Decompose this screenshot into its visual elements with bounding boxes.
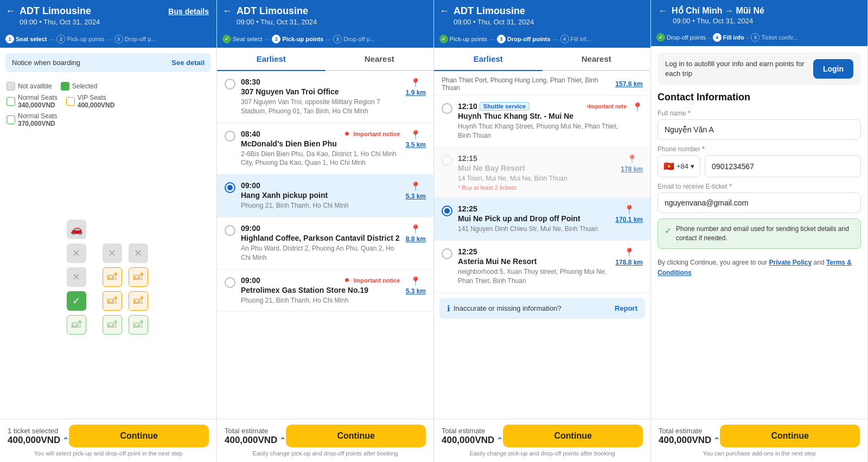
bus-details-link[interactable]: Bus details (168, 7, 209, 16)
seat-normal1[interactable]: 🛋 (67, 315, 86, 335)
private-policy-link[interactable]: Private Policy (769, 259, 812, 266)
radio-3[interactable] (225, 182, 235, 193)
fullname-input[interactable] (658, 119, 861, 140)
location-icon-1: 📍 (410, 78, 421, 88)
continue-button3[interactable]: Continue (503, 425, 643, 447)
check-icon: ✓ (665, 225, 672, 237)
chevron-up-icon3[interactable]: ⌃ (496, 436, 503, 445)
chevron-up-icon4[interactable]: ⌃ (713, 436, 720, 445)
seat-unavailable4[interactable]: ✕ (67, 267, 86, 287)
pickup-item-2[interactable]: 08:40 Important notice McDonald's Dien B… (217, 123, 433, 175)
dropoff-item-4[interactable]: 12:25 Asteria Mui Ne Resort neighborhood… (434, 241, 650, 293)
back-arrow-icon[interactable]: ← (5, 5, 15, 17)
radio-d3[interactable] (442, 206, 452, 216)
continue-button2[interactable]: Continue (286, 425, 426, 447)
pickup-item-4[interactable]: 09:00 Highland Coffee, Parkson Cantavil … (217, 217, 433, 270)
seat-normal2[interactable]: 🛋 (103, 315, 122, 335)
radio-2[interactable] (225, 131, 235, 142)
total-price-val: 400,000VND (8, 435, 60, 446)
phone-prefix-selector[interactable]: 🇻🇳 +84 ▾ (658, 155, 700, 177)
company-name: ADT Limousine (20, 5, 164, 17)
step-fillinfo-active: 4 Fill info (713, 33, 744, 42)
tab-earliest2[interactable]: Earliest (434, 48, 542, 71)
dropoff-item-1[interactable]: 12:10 Shuttle service •Important note Hu… (434, 95, 650, 147)
stepper3: ✓ Pick-up points --- 3 Drop-off points -… (434, 31, 650, 48)
tab-nearest2[interactable]: Nearest (542, 48, 651, 71)
trip-info3: 09:00 • Thu, Oct 31, 2024 (454, 18, 643, 26)
important-notice-link[interactable]: Important notice (353, 131, 400, 137)
seat-unavailable2[interactable]: ✕ (103, 243, 122, 263)
dist-val-4: 8.8 km (406, 235, 426, 243)
stepper4: ✓ Drop-off points -- 4 Fill info -- 5 Ti… (651, 30, 867, 46)
pickup-item-5[interactable]: 09:00 Important notice Petrolimex Gas St… (217, 270, 433, 312)
tab-earliest[interactable]: Earliest (217, 48, 326, 71)
seat-vip2[interactable]: 🛋 (129, 267, 148, 287)
continue-button4[interactable]: Continue (720, 425, 860, 447)
pickup-list: 08:30 307 Nguyen Van Troi Office 307 Ngu… (217, 71, 433, 419)
seat-vip4[interactable]: 🛋 (129, 291, 148, 311)
panel-pickup: ← ADT Limousine 09:00 • Thu, Oct 31, 202… (217, 0, 434, 462)
pickup-item-1[interactable]: 08:30 307 Nguyen Van Troi Office 307 Ngu… (217, 71, 433, 123)
chevron-up-icon[interactable]: ⌃ (62, 436, 69, 445)
report-link[interactable]: Report (615, 304, 637, 312)
normal-box2 (7, 116, 15, 124)
login-text: Log in to autofill your info and earn po… (665, 59, 808, 79)
radio-d4[interactable] (442, 248, 452, 259)
phone-input[interactable] (705, 155, 861, 177)
dist-val-5: 5.3 km (406, 287, 426, 295)
seat-vip3[interactable]: 🛋 (103, 291, 122, 311)
vip-box (66, 97, 75, 106)
ticket-notice-text: Phone number and email used for sending … (676, 224, 854, 243)
back-arrow-icon2[interactable]: ← (222, 5, 232, 17)
seat-vip1[interactable]: 🛋 (103, 267, 122, 287)
seat-selected[interactable]: ✓ (67, 291, 86, 311)
bottom-note3: Easily change pick-up and drop-off point… (442, 450, 643, 457)
tabs-dropoff: Earliest Nearest (434, 48, 650, 71)
location-icon-d2: 📍 (627, 154, 637, 164)
location-icon-d4: 📍 (624, 247, 635, 258)
inaccurate-text: Inaccurate or missing information? (454, 304, 561, 312)
driver-seat: 🚗 (67, 220, 86, 239)
dropoff-item-3[interactable]: 12:25 Mui Ne Pick up and Drop off Point … (434, 198, 650, 241)
tab-nearest[interactable]: Nearest (326, 48, 434, 71)
bottom-note2: Easily change pick-up and drop-off point… (225, 450, 426, 457)
policy-text: By clicking Continue, you agree to our P… (651, 254, 867, 281)
dist-val-2: 3.5 km (406, 141, 426, 149)
email-input[interactable] (658, 193, 861, 213)
continue-button[interactable]: Continue (69, 425, 209, 447)
step-seat-select: 1 Seat select (5, 35, 47, 43)
total-estimate-label4: Total estimate (659, 427, 720, 435)
panel-dropoff: ← ADT Limousine 09:00 • Thu, Oct 31, 202… (434, 0, 651, 462)
phone-label: Phone number * (658, 145, 861, 153)
see-detail-link[interactable]: See detail (171, 59, 205, 67)
buy-note: * Buy at least 2 tickets (458, 184, 615, 191)
radio-5[interactable] (225, 277, 235, 288)
step-pickup-active: 2 Pick-up points (272, 35, 323, 43)
location-icon-5: 📍 (410, 276, 421, 286)
login-button[interactable]: Login (813, 59, 853, 79)
contact-title: Contact Information (658, 92, 861, 103)
back-arrow-icon3[interactable]: ← (439, 5, 449, 17)
red-dot-icon2 (345, 278, 349, 282)
chevron-up-icon2[interactable]: ⌃ (279, 436, 286, 445)
legend-normal2: Normal Seats 370,000VND (7, 112, 58, 127)
company-name2: ADT Limousine (237, 5, 426, 17)
total-price-val4: 400,000VND (659, 435, 711, 446)
stepper2: ✓ Seat select --- 2 Pick-up points --- 3… (217, 31, 433, 48)
seat-unavailable3[interactable]: ✕ (129, 243, 148, 263)
panel-seat-select: ← ADT Limousine Bus details 09:00 • Thu,… (0, 0, 217, 462)
important-notice-d1[interactable]: •Important note (587, 104, 627, 110)
seat-normal3[interactable]: 🛋 (129, 315, 148, 335)
panel4-header: ← Hồ Chí Minh → Mũi Né 09:00 • Thu, Oct … (651, 0, 867, 30)
dist-val-3: 5.3 km (406, 193, 426, 200)
notice-text: Notice when boarding (12, 59, 80, 67)
panel2-header: ← ADT Limousine 09:00 • Thu, Oct 31, 202… (217, 0, 433, 31)
legend-normal1: Normal Seats 340,000VND (7, 94, 58, 109)
seat-unavailable[interactable]: ✕ (67, 243, 86, 263)
radio-1[interactable] (225, 79, 235, 89)
back-arrow-icon4[interactable]: ← (659, 6, 667, 16)
radio-d1[interactable] (442, 103, 452, 114)
pickup-item-3[interactable]: 09:00 Hang Xanh pickup point Phuong 21, … (217, 175, 433, 217)
important-notice-link2[interactable]: Important notice (353, 277, 400, 284)
radio-4[interactable] (225, 225, 235, 236)
